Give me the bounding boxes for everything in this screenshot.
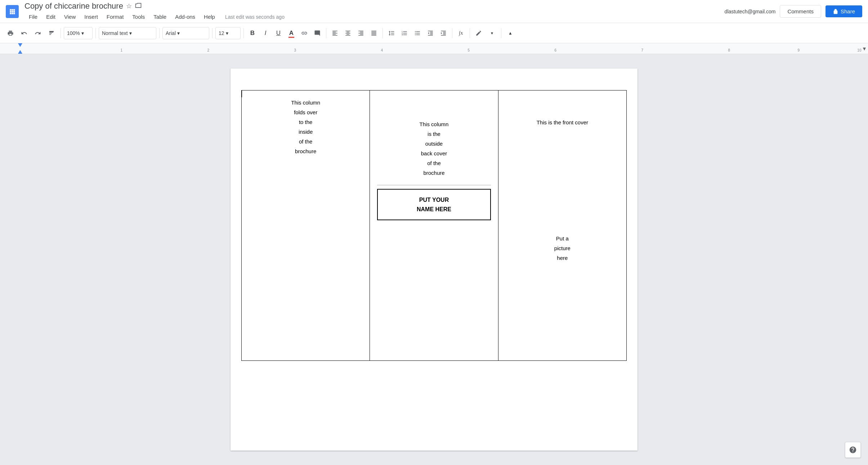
column-1-cell[interactable]: This columnfolds overto theinsideof theb… <box>242 90 370 361</box>
menu-addons[interactable]: Add-ons <box>171 12 200 21</box>
header-right: dlastutech@gmail.com Comments Share <box>725 5 862 18</box>
brochure-table: This columnfolds overto theinsideof theb… <box>241 90 627 361</box>
menu-help[interactable]: Help <box>200 12 219 21</box>
svg-rect-5 <box>13 11 15 12</box>
menu-edit[interactable]: Edit <box>42 12 60 21</box>
toolbar-sep-3 <box>159 28 160 38</box>
paint-format-button[interactable] <box>45 27 58 39</box>
menu-table[interactable]: Table <box>149 12 171 21</box>
pen-button[interactable] <box>473 27 484 39</box>
svg-rect-7 <box>12 13 13 14</box>
google-apps-button[interactable] <box>6 5 19 18</box>
column-3-picture-text: Put apicturehere <box>506 234 619 263</box>
top-bar: Copy of chiccarine brochure ☆ File Edit … <box>0 0 868 23</box>
ruler-mark-8: 8 <box>728 48 730 52</box>
share-label: Share <box>841 8 855 14</box>
formula-button[interactable]: ∫x <box>455 27 467 39</box>
align-center-button[interactable] <box>342 27 354 39</box>
style-dropdown[interactable]: Normal text ▾ <box>99 27 156 39</box>
svg-rect-8 <box>13 13 15 14</box>
align-left-button[interactable] <box>329 27 341 39</box>
link-button[interactable] <box>299 27 310 39</box>
ruler: 1 2 3 4 5 6 7 8 9 10 ▼ <box>0 43 868 54</box>
style-chevron: ▾ <box>129 30 132 36</box>
svg-rect-1 <box>12 9 13 10</box>
assistant-button[interactable] <box>845 442 861 458</box>
document-area[interactable]: This columnfolds overto theinsideof theb… <box>0 54 868 465</box>
zoom-chevron: ▾ <box>81 30 84 36</box>
column-2-cell[interactable]: This columnis theoutsideback coverof the… <box>370 90 498 361</box>
ruler-mark-1: 1 <box>121 48 123 52</box>
collapse-toolbar-button[interactable]: ▲ <box>504 27 516 39</box>
ruler-left-marker[interactable] <box>18 43 22 47</box>
column-2-divider <box>377 185 491 185</box>
text-color-a: A <box>289 30 294 37</box>
toolbar-sep-2 <box>95 28 96 38</box>
name-box[interactable]: PUT YOUR NAME HERE <box>377 189 491 220</box>
size-chevron: ▾ <box>226 30 228 36</box>
toolbar-sep-6 <box>326 28 326 38</box>
column-3-cell[interactable]: This is the front cover Put apicturehere <box>498 90 626 361</box>
ruler-mark-6: 6 <box>555 48 557 52</box>
svg-rect-6 <box>10 13 11 14</box>
numbered-list-button[interactable] <box>399 27 410 39</box>
align-right-button[interactable] <box>355 27 367 39</box>
document-page: This columnfolds overto theinsideof theb… <box>231 68 637 451</box>
toolbar-sep-8 <box>452 28 452 38</box>
svg-rect-2 <box>13 9 15 10</box>
font-dropdown[interactable]: Arial ▾ <box>162 27 209 39</box>
svg-rect-3 <box>10 11 11 12</box>
user-email[interactable]: dlastutech@gmail.com <box>725 9 776 14</box>
star-icon[interactable]: ☆ <box>126 2 132 10</box>
ruler-mark-2: 2 <box>207 48 210 52</box>
style-value: Normal text <box>102 30 128 36</box>
comment-button[interactable] <box>312 27 323 39</box>
share-button[interactable]: Share <box>826 5 862 17</box>
comments-button[interactable]: Comments <box>780 5 821 18</box>
ruler-mark-4: 4 <box>381 48 383 52</box>
line-spacing-button[interactable] <box>386 27 397 39</box>
bullet-list-button[interactable] <box>412 27 423 39</box>
decrease-indent-button[interactable] <box>425 27 436 39</box>
column-1-text: This columnfolds overto theinsideof theb… <box>249 98 362 156</box>
size-value: 12 <box>219 30 224 36</box>
menu-file[interactable]: File <box>24 12 42 21</box>
font-size-dropdown[interactable]: 12 ▾ <box>215 27 241 39</box>
align-justify-button[interactable] <box>368 27 380 39</box>
toolbar-sep-7 <box>382 28 383 38</box>
increase-indent-button[interactable] <box>438 27 449 39</box>
ruler-right-marker[interactable]: ▼ <box>861 43 868 54</box>
menu-view[interactable]: View <box>60 12 80 21</box>
print-button[interactable] <box>4 27 17 39</box>
toolbar-sep-4 <box>212 28 212 38</box>
undo-button[interactable] <box>18 27 30 39</box>
svg-rect-0 <box>10 9 11 10</box>
menu-tools[interactable]: Tools <box>128 12 149 21</box>
menu-bar: File Edit View Insert Format Tools Table… <box>24 12 725 21</box>
column-3-title: This is the front cover <box>506 119 619 125</box>
column-2-top-text: This columnis theoutsideback coverof the… <box>377 119 491 178</box>
ruler-mark-9: 9 <box>797 48 800 52</box>
menu-format[interactable]: Format <box>102 12 128 21</box>
color-indicator <box>288 37 294 38</box>
name-box-line1: PUT YOUR <box>419 197 449 203</box>
document-title-area: Copy of chiccarine brochure ☆ File Edit … <box>24 1 725 21</box>
bold-button[interactable]: B <box>247 27 258 39</box>
folder-icon[interactable] <box>135 2 142 11</box>
document-title[interactable]: Copy of chiccarine brochure <box>24 1 123 11</box>
text-cursor <box>241 90 242 97</box>
italic-button[interactable]: I <box>260 27 271 39</box>
menu-insert[interactable]: Insert <box>80 12 102 21</box>
font-value: Arial <box>166 30 176 36</box>
formula-icon: ∫x <box>459 30 463 36</box>
text-color-button[interactable]: A <box>286 27 297 39</box>
ruler-tab-marker[interactable] <box>18 50 22 54</box>
zoom-dropdown[interactable]: 100% ▾ <box>64 27 93 39</box>
chevron-down-button[interactable]: ▾ <box>486 27 498 39</box>
svg-rect-4 <box>12 11 13 12</box>
underline-button[interactable]: U <box>273 27 284 39</box>
redo-button[interactable] <box>32 27 44 39</box>
toolbar-sep-9 <box>470 28 470 38</box>
ruler-mark-5: 5 <box>468 48 470 52</box>
font-chevron: ▾ <box>177 30 180 36</box>
